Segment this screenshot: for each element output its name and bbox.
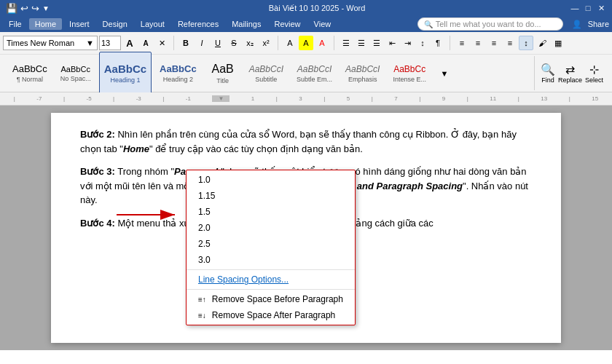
font-size-value: 13	[101, 39, 110, 47]
minimize-button[interactable]: —	[570, 3, 580, 13]
menu-design[interactable]: Design	[97, 18, 133, 30]
menu-insert[interactable]: Insert	[63, 18, 95, 30]
step2-label: Bước 2:	[80, 129, 115, 140]
remove-after-icon: ≡↓	[198, 312, 206, 320]
replace-icon: ⇄	[565, 63, 575, 76]
ruler: |-7|-5|-3|-1 ▼ 1|3|5|7|9|11|13|15	[0, 92, 612, 106]
style-heading1-label: Heading 1	[110, 76, 140, 84]
find-label[interactable]: Find	[541, 76, 554, 84]
select-label[interactable]: Select	[585, 76, 603, 84]
style-intense-preview: AaBbCc	[393, 64, 425, 74]
remove-before-para[interactable]: ≡↑ Remove Space Before Paragraph	[187, 291, 355, 307]
menu-file[interactable]: File	[3, 18, 28, 30]
spacing-1-0[interactable]: 1.0	[187, 172, 355, 188]
editing-section: 🔍 Find ⇄ Replace ⊹ Select	[534, 56, 609, 90]
line-spacing-options[interactable]: Line Spacing Options...	[187, 272, 355, 288]
remove-before-icon: ≡↑	[198, 296, 206, 304]
style-subtitle-label: Subtitle	[255, 76, 277, 83]
step2-home-word: Home	[123, 143, 149, 154]
menu-review[interactable]: Review	[269, 18, 307, 30]
style-title[interactable]: AaB Title	[205, 52, 241, 95]
spacing-3-0[interactable]: 3.0	[187, 252, 355, 268]
style-intense[interactable]: AaBbCc Intense E...	[388, 52, 431, 95]
menu-view[interactable]: View	[308, 18, 337, 30]
style-heading1[interactable]: AaBbCc Heading 1	[99, 52, 152, 95]
spacing-3-0-label: 3.0	[198, 255, 211, 265]
menu-home[interactable]: Home	[29, 18, 62, 30]
style-subtitle[interactable]: AaBbCcI Subtitle	[244, 52, 289, 95]
step4-label: Bước 4:	[80, 218, 115, 229]
doc-area: 1.0 1.15 1.5 2.0 2.5 3.0 Line Spacing Op…	[0, 106, 612, 350]
style-heading2-preview: AaBbCc	[160, 63, 197, 74]
spacing-2-0-label: 2.0	[198, 223, 211, 233]
style-heading1-preview: AaBbCc	[104, 63, 146, 75]
remove-after-label: Remove Space After Paragraph	[212, 310, 335, 320]
style-heading2[interactable]: AaBbCc Heading 2	[154, 52, 202, 95]
close-button[interactable]: ✕	[596, 3, 606, 13]
remove-before-label: Remove Space Before Paragraph	[212, 294, 343, 304]
line-spacing-options-label: Line Spacing Options...	[198, 274, 289, 285]
step3-label: Bước 3:	[80, 166, 115, 177]
menu-references[interactable]: References	[172, 18, 224, 30]
title-bar: 💾 ↩ ↪ ▼ Bài Viết 10 10 2025 - Word — □ ✕	[0, 0, 612, 16]
share-btn[interactable]: Share	[588, 20, 609, 28]
styles-section: AaBbCc ¶ Normal AaBbCc No Spac... AaBbCc…	[3, 49, 534, 98]
style-title-label: Title	[216, 77, 229, 84]
style-subtle-em-preview: AaBbCcI	[297, 64, 332, 74]
style-emphasis-label: Emphasis	[348, 76, 377, 83]
style-normal-preview: AaBbCc	[12, 63, 47, 74]
shading-button[interactable]: 🖌	[535, 36, 549, 50]
maximize-button[interactable]: □	[583, 3, 593, 13]
spacing-1-15-label: 1.15	[198, 191, 215, 201]
spacing-2-0[interactable]: 2.0	[187, 220, 355, 236]
dropdown-menu-container: 1.0 1.15 1.5 2.0 2.5 3.0 Line Spacing Op…	[186, 170, 356, 325]
tell-me-placeholder: Tell me what you want to do...	[436, 20, 541, 28]
borders-button[interactable]: ▦	[551, 36, 565, 50]
ruler-marks: |-7|-5|-3|-1 ▼ 1|3|5|7|9|11|13|15	[3, 95, 609, 102]
app-title: Bài Viết 10 10 2025 - Word	[64, 4, 570, 13]
dropdown-sep2	[187, 289, 355, 290]
dropdown-sep1	[187, 269, 355, 270]
style-subtle-em[interactable]: AaBbCcI Subtle Em...	[291, 52, 337, 95]
select-icon: ⊹	[589, 63, 599, 76]
menu-mailings[interactable]: Mailings	[226, 18, 267, 30]
style-subtle-em-label: Subtle Em...	[297, 76, 332, 83]
spacing-1-0-label: 1.0	[198, 175, 211, 185]
spacing-2-5[interactable]: 2.5	[187, 236, 355, 252]
style-normal-label: ¶ Normal	[17, 76, 43, 83]
step2-text2: " để truy cập vào các tùy chọn định dạng…	[149, 143, 363, 154]
step3-text1: Trong nhóm "	[117, 166, 174, 177]
user-icon: 👤	[572, 20, 582, 29]
spacing-1-15[interactable]: 1.15	[187, 188, 355, 204]
find-icon: 🔍	[541, 63, 555, 76]
tell-me-bar[interactable]: 🔍 Tell me what you want to do...	[417, 17, 563, 31]
menu-bar: File Home Insert Design Layout Reference…	[0, 16, 612, 32]
remove-after-para[interactable]: ≡↓ Remove Space After Paragraph	[187, 307, 355, 323]
style-no-space-preview: AaBbCc	[61, 65, 90, 74]
font-name-value: Times New Roman	[7, 39, 74, 47]
style-title-preview: AaB	[212, 63, 234, 76]
style-no-space-label: No Spac...	[60, 75, 91, 82]
line-spacing-dropdown: 1.0 1.15 1.5 2.0 2.5 3.0 Line Spacing Op…	[186, 170, 356, 325]
style-no-space[interactable]: AaBbCc No Spac...	[55, 52, 96, 95]
spacing-2-5-label: 2.5	[198, 239, 211, 249]
ribbon: Times New Roman ▼ 13 A A ✕ B I U S x₂ x²…	[0, 32, 612, 92]
style-subtitle-preview: AaBbCcI	[249, 64, 283, 74]
style-normal[interactable]: AaBbCc ¶ Normal	[7, 52, 52, 95]
step2-paragraph: Bước 2: Nhìn lên phần trên cùng của cửa …	[80, 127, 532, 156]
style-heading2-label: Heading 2	[163, 76, 193, 83]
style-intense-label: Intense E...	[393, 76, 426, 83]
spacing-1-5-label: 1.5	[198, 207, 211, 217]
spacing-1-5[interactable]: 1.5	[187, 204, 355, 220]
menu-layout[interactable]: Layout	[135, 18, 170, 30]
style-emphasis[interactable]: AaBbCcI Emphasis	[340, 52, 385, 95]
styles-more-button[interactable]: ▼	[437, 66, 452, 81]
style-emphasis-preview: AaBbCcI	[345, 64, 380, 74]
replace-label[interactable]: Replace	[558, 76, 582, 84]
